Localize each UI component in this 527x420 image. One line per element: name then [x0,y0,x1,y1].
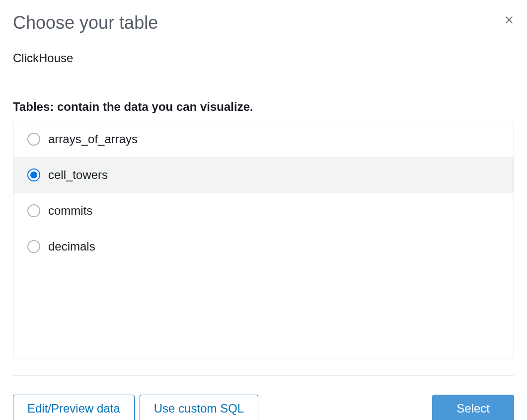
table-name-label: commits [48,204,92,218]
table-name-label: decimals [48,240,95,253]
radio-button[interactable] [27,168,40,181]
table-name-label: cell_towers [48,168,108,182]
edit-preview-button[interactable]: Edit/Preview data [13,395,135,420]
table-row[interactable]: arrays_of_arrays [13,121,514,157]
close-icon[interactable] [504,15,514,25]
table-row[interactable]: commits [13,193,514,229]
table-row[interactable]: cell_towers [13,157,514,193]
select-button[interactable]: Select [432,395,514,420]
radio-button[interactable] [27,133,40,146]
radio-button[interactable] [27,204,40,217]
table-name-label: arrays_of_arrays [48,132,138,146]
dialog-title: Choose your table [13,12,158,33]
divider [13,375,514,376]
tables-section-label: Tables: contain the data you can visuali… [13,100,514,114]
table-row[interactable]: decimals [13,229,514,264]
tables-list: arrays_of_arrayscell_towerscommitsdecima… [13,121,514,358]
data-source-label: ClickHouse [13,51,514,65]
radio-button[interactable] [27,240,40,253]
dialog-footer: Edit/Preview data Use custom SQL Select [13,395,514,420]
custom-sql-button[interactable]: Use custom SQL [140,395,258,420]
